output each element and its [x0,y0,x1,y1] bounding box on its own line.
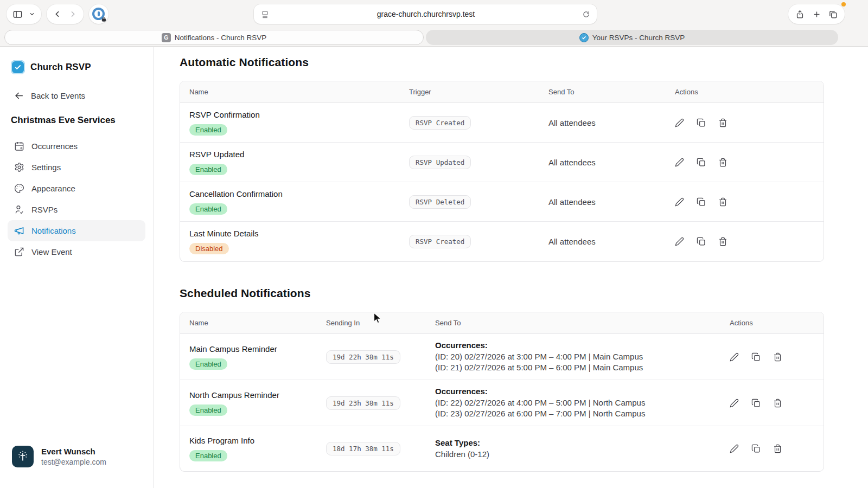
reader-icon[interactable] [260,10,270,19]
delete-button[interactable] [773,352,782,362]
tab-bar: G Notifications - Church RSVP Your RSVPs… [0,28,868,47]
send-to-value: All attendees [539,230,666,253]
sidebar-item-occurrences[interactable]: Occurrences [8,136,145,157]
send-to-value: All attendees [539,191,666,213]
url-text[interactable]: grace-church.churchrsvp.test [270,10,582,18]
occurrence-line: (ID: 23) 02/27/2026 at 6:00 PM – 7:00 PM… [435,408,720,419]
column-header-send-to: Send To [539,88,666,96]
password-extension-button[interactable] [89,4,108,24]
sidebar-item-settings[interactable]: Settings [8,157,145,178]
trigger-badge: RSVP Created [409,235,471,248]
sidebar-item-label: Settings [31,163,61,172]
countdown-badge: 19d 23h 38m 11s [326,396,400,410]
column-header-name: Name [180,319,317,327]
new-tab-icon[interactable] [812,10,821,19]
sidebar-item-appearance[interactable]: Appearance [8,178,145,199]
delete-button[interactable] [718,197,727,207]
delete-button[interactable] [773,399,782,408]
sidebar-item-label: Appearance [31,184,75,193]
screen: grace-church.churchrsvp.test G Notificat… [0,0,868,488]
column-header-trigger: Trigger [400,88,539,96]
occurrence-line: (ID: 20) 02/27/2026 at 3:00 PM – 4:00 PM… [435,351,720,362]
column-header-send-to: Send To [426,319,720,327]
table-header: Name Trigger Send To Actions [180,81,824,103]
sidebar-toggle-icon[interactable] [12,9,23,20]
status-badge: Enabled [189,124,227,136]
edit-button[interactable] [675,118,684,127]
duplicate-button[interactable] [697,158,706,167]
trigger-badge: RSVP Updated [409,156,471,169]
status-badge: Enabled [189,450,227,461]
sidebar-item-notifications[interactable]: Notifications [8,220,145,241]
column-header-actions: Actions [666,88,824,96]
delete-button[interactable] [718,118,727,127]
duplicate-button[interactable] [751,352,761,362]
sidebar: Church RSVP Back to Events Christmas Eve… [0,47,154,488]
send-to-heading: Occurrences: [435,387,720,396]
row-actions [666,151,824,174]
notification-name: North Campus Reminder [189,390,317,400]
column-header-actions: Actions [720,319,824,327]
megaphone-icon [14,226,24,236]
tab-favicon-g: G [162,33,171,42]
scheduled-notifications-table: Name Sending In Send To Actions Main Cam… [180,312,824,472]
sidebar-item-label: RSVPs [31,205,58,214]
row-actions [720,438,824,460]
share-icon[interactable] [795,10,805,19]
edit-button[interactable] [675,197,684,207]
url-bar[interactable]: grace-church.churchrsvp.test [254,4,597,24]
event-title: Christmas Eve Services [0,115,153,126]
duplicate-button[interactable] [697,197,706,207]
edit-button[interactable] [675,158,684,167]
table-row: RSVP ConfirmationEnabled RSVP Created Al… [180,103,824,143]
row-actions [666,191,824,213]
notification-name: RSVP Updated [189,150,400,159]
tab-notifications[interactable]: G Notifications - Church RSVP [4,30,424,45]
table-row: Cancellation ConfirmationEnabled RSVP De… [180,182,824,222]
trigger-badge: RSVP Created [409,116,471,130]
duplicate-button[interactable] [697,237,706,246]
row-actions [720,392,824,414]
tab-overview-icon[interactable] [828,10,838,19]
tab-your-rsvps[interactable]: Your RSVPs - Church RSVP [426,30,838,45]
edit-button[interactable] [730,444,739,453]
sidebar-item-label: View Event [31,247,72,256]
back-to-events-link[interactable]: Back to Events [0,91,153,101]
notification-name: RSVP Confirmation [189,110,400,119]
delete-button[interactable] [718,158,727,167]
edit-button[interactable] [730,399,739,408]
browser-toolbar: grace-church.churchrsvp.test [0,0,868,28]
sidebar-item-rsvps[interactable]: RSVPs [8,199,145,220]
automatic-notifications-table: Name Trigger Send To Actions RSVP Confir… [180,81,824,262]
sidebar-item-label: Notifications [31,226,76,235]
user-name: Evert Wunsch [41,447,106,456]
duplicate-button[interactable] [697,118,706,127]
user-account[interactable]: Evert Wunsch test@example.com [12,446,106,467]
sidebar-item-view-event[interactable]: View Event [8,241,145,262]
countdown-badge: 18d 17h 38m 11s [326,442,400,455]
row-actions [666,112,824,134]
duplicate-button[interactable] [751,444,761,453]
delete-button[interactable] [773,444,782,453]
back-icon[interactable] [53,10,62,18]
column-header-sending-in: Sending In [317,319,426,327]
status-badge: Enabled [189,164,227,175]
recording-indicator-dot [841,2,846,7]
forward-icon[interactable] [68,10,77,18]
delete-button[interactable] [718,237,727,246]
chevron-down-icon[interactable] [29,11,35,17]
browser-chrome: grace-church.churchrsvp.test G Notificat… [0,0,868,47]
notification-name: Last Minute Details [189,229,400,238]
nav-buttons [47,4,84,24]
refresh-icon[interactable] [582,10,590,18]
row-actions [720,346,824,368]
gear-icon [14,162,24,172]
duplicate-button[interactable] [751,399,761,408]
table-row: North Campus ReminderEnabled 19d 23h 38m… [180,380,824,426]
edit-button[interactable] [675,237,684,246]
trigger-badge: RSVP Deleted [409,195,471,209]
user-email: test@example.com [41,458,106,466]
status-badge: Disabled [189,243,229,254]
edit-button[interactable] [730,352,739,362]
palette-icon [14,183,24,194]
